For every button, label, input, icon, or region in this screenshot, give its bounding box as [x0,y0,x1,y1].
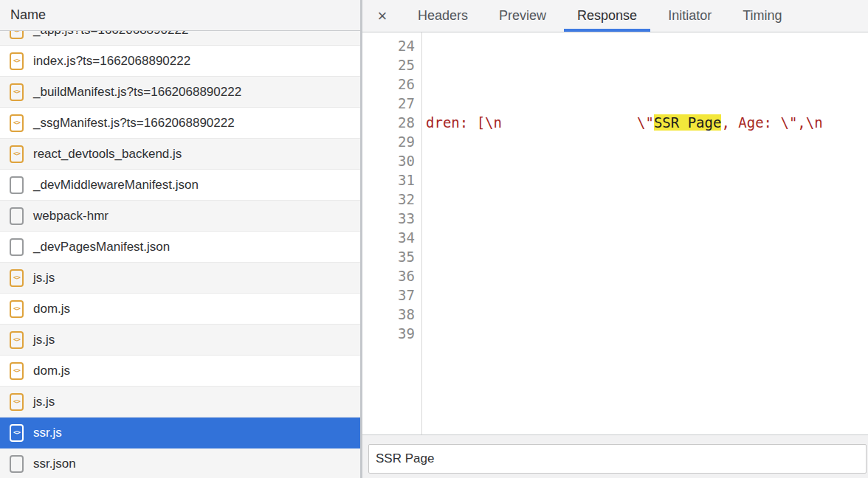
search-input[interactable] [368,444,867,474]
line-number: 25 [362,55,421,75]
line-number: 38 [362,305,421,324]
response-search-bar [362,434,868,478]
line-number: 34 [362,228,421,247]
request-name: webpack-hmr [33,209,108,224]
script-file-icon: <> [10,393,24,411]
table-row[interactable]: <> ssr.json [0,448,360,478]
tab-timing[interactable]: Timing [729,0,795,32]
line-number: 32 [362,190,421,209]
table-row[interactable]: <> ssr.js [0,418,360,448]
request-name: js.js [33,271,55,285]
line-number: 31 [362,170,421,190]
script-file-icon: <> [10,362,24,380]
document-file-icon: <> [10,207,24,225]
document-file-icon: <> [10,176,24,194]
tab-preview[interactable]: Preview [486,0,559,32]
script-file-icon: <> [10,83,24,101]
table-row[interactable]: <> js.js [0,387,360,418]
table-row[interactable]: <> js.js [0,325,360,356]
line-number: 28 [362,113,421,132]
table-row[interactable]: <> dom.js [0,294,360,325]
request-name: ssr.json [33,457,76,471]
response-viewer: 24252627282930313233343536373839 dren: [… [362,32,868,434]
table-row[interactable]: <> react_devtools_backend.js [0,139,360,170]
script-file-icon: <> [10,269,24,287]
script-file-icon: <> [10,31,24,39]
document-file-icon: <> [10,455,24,473]
tab-headers[interactable]: Headers [404,0,481,32]
line-number: 26 [362,75,421,94]
request-name: js.js [33,333,55,347]
table-row[interactable]: <> _devMiddlewareManifest.json [0,170,360,201]
line-number: 33 [362,209,421,228]
script-file-icon: <> [10,424,24,442]
table-row[interactable]: <> dom.js [0,356,360,387]
request-name: dom.js [33,302,70,316]
response-code-pane: dren: [\n \"SSR Page, Age: \",\n [426,36,868,434]
close-icon[interactable]: × [362,0,402,32]
request-name: _buildManifest.js?ts=1662068890222 [33,85,241,100]
request-name: react_devtools_backend.js [33,147,182,162]
request-name: js.js [33,395,55,409]
response-code-line: dren: [\n \"SSR Page, Age: \",\n [426,113,823,132]
request-name: ssr.js [33,426,62,440]
request-details-panel: × HeadersPreviewResponseInitiatorTiming … [362,0,868,478]
script-file-icon: <> [10,114,24,132]
table-row[interactable]: <> _ssgManifest.js?ts=1662068890222 [0,108,360,139]
line-number: 30 [362,151,421,170]
clipped-request-row[interactable]: <> _app.js?ts=1662068890222 [0,31,360,46]
table-row[interactable]: <> _devPagesManifest.json [0,232,360,263]
table-row[interactable]: <> webpack-hmr [0,201,360,232]
tab-initiator[interactable]: Initiator [655,0,725,32]
line-number: 29 [362,132,421,151]
network-request-list-panel: Name <> _app.js?ts=1662068890222 <> inde… [0,0,360,478]
tab-response[interactable]: Response [564,0,650,32]
search-match-highlight: SSR Page [654,114,722,131]
line-number: 24 [362,36,421,55]
request-name: index.js?ts=1662068890222 [33,54,190,69]
line-number: 27 [362,94,421,113]
request-name: dom.js [33,364,70,378]
name-column-header-label: Name [10,7,46,23]
document-file-icon: <> [10,238,24,256]
table-row[interactable]: <> js.js [0,263,360,294]
line-number: 36 [362,266,421,285]
request-name: _devMiddlewareManifest.json [33,178,199,193]
line-number: 37 [362,285,421,305]
request-name: _app.js?ts=1662068890222 [33,31,188,38]
line-number: 39 [362,324,421,343]
script-file-icon: <> [10,52,24,70]
request-name: _devPagesManifest.json [33,240,170,254]
line-number: 35 [362,247,421,266]
detail-tab-bar: × HeadersPreviewResponseInitiatorTiming [362,0,868,32]
request-rows: <> index.js?ts=1662068890222 <> _buildMa… [0,46,360,478]
line-number-gutter: 24252627282930313233343536373839 [362,32,422,434]
table-row[interactable]: <> index.js?ts=1662068890222 [0,46,360,77]
request-name: _ssgManifest.js?ts=1662068890222 [33,116,235,131]
script-file-icon: <> [10,331,24,349]
table-row[interactable]: <> _buildManifest.js?ts=1662068890222 [0,77,360,108]
name-column-header[interactable]: Name [0,0,360,31]
script-file-icon: <> [10,300,24,318]
script-file-icon: <> [10,145,24,163]
